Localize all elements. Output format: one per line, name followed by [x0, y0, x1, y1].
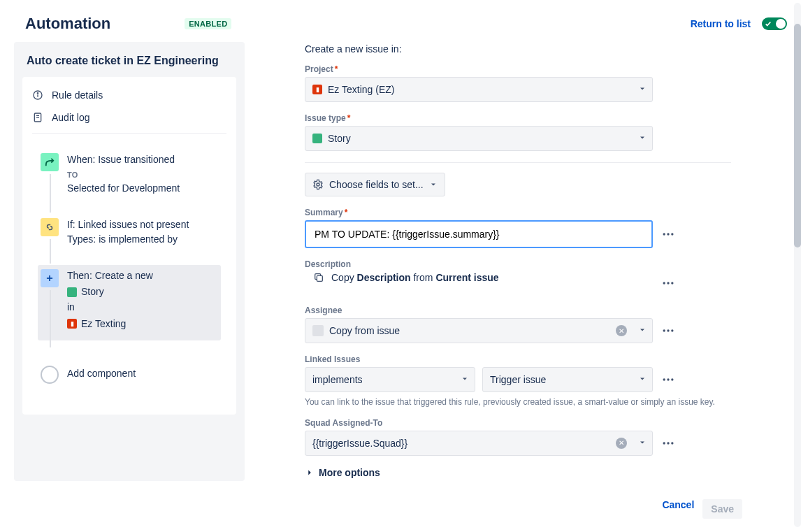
check-icon [765, 20, 772, 27]
ellipsis-icon [661, 324, 675, 338]
link-type-select[interactable]: implements [305, 367, 475, 392]
add-component-label: Add component [67, 367, 136, 381]
enabled-badge: ENABLED [185, 18, 231, 29]
svg-point-20 [667, 378, 669, 380]
copy-label-mid: from [411, 272, 436, 283]
audit-log-link[interactable]: Audit log [22, 106, 236, 129]
squad-value: {{triggerIssue.Squad}} [312, 438, 407, 449]
assignee-value: Copy from issue [329, 325, 400, 336]
svg-point-13 [663, 282, 665, 284]
action-icon [41, 269, 59, 287]
save-button: Save [702, 499, 742, 519]
rule-name: Auto create ticket in EZ Engineering [14, 55, 245, 77]
summary-label: Summary* [305, 208, 766, 217]
issuetype-label: Issue type* [305, 113, 766, 123]
ellipsis-icon [661, 227, 675, 241]
chevron-down-icon [638, 438, 647, 449]
project-icon: ▮ [67, 319, 77, 329]
trigger-step[interactable]: When: Issue transitioned TO Selected for… [38, 149, 221, 206]
add-icon [41, 366, 59, 384]
svg-point-11 [671, 233, 673, 235]
summary-more-button[interactable] [660, 227, 677, 241]
action-step[interactable]: Then: Create a new Story in ▮Ez Texting [38, 265, 221, 340]
clear-assignee-button[interactable]: ✕ [616, 325, 627, 336]
squad-more-button[interactable] [660, 436, 677, 450]
choose-fields-label: Choose fields to set... [329, 179, 424, 190]
issuetype-select[interactable]: Story [305, 126, 653, 151]
action-issuetype: Story [81, 285, 104, 299]
trigger-to: TO [67, 170, 180, 180]
assignee-more-button[interactable] [660, 324, 677, 338]
cancel-button[interactable]: Cancel [662, 499, 694, 519]
svg-point-14 [667, 282, 669, 284]
ellipsis-icon [661, 276, 675, 290]
linked-issues-help: You can link to the issue that triggered… [305, 396, 724, 408]
svg-point-18 [671, 329, 673, 331]
add-component[interactable]: Add component [38, 361, 221, 394]
svg-point-24 [671, 442, 673, 444]
svg-point-16 [663, 329, 665, 331]
assignee-label: Assignee [305, 305, 766, 315]
link-target-select[interactable]: Trigger issue [482, 367, 653, 392]
issuetype-value: Story [328, 133, 351, 144]
description-copy[interactable]: Copy Description from Current issue [305, 272, 653, 283]
action-in: in [67, 301, 153, 315]
more-options-toggle[interactable]: More options [305, 467, 766, 478]
condition-value: Types: is implemented by [67, 233, 189, 247]
rule-sidebar: Auto create ticket in EZ Engineering Rul… [14, 42, 245, 481]
svg-point-22 [663, 442, 665, 444]
svg-point-10 [667, 233, 669, 235]
rule-details-link[interactable]: Rule details [22, 84, 236, 106]
enabled-toggle[interactable] [762, 17, 787, 30]
project-select[interactable]: ▮ Ez Texting (EZ) [305, 77, 653, 102]
svg-point-9 [663, 233, 665, 235]
chevron-down-icon [461, 374, 469, 385]
link-target-value: Trigger issue [490, 374, 546, 385]
condition-icon [41, 218, 59, 236]
chevron-down-icon [638, 374, 647, 385]
form-heading: Create a new issue in: [305, 43, 766, 55]
trigger-value: Selected for Development [67, 182, 180, 196]
story-icon [312, 134, 322, 143]
choose-fields-button[interactable]: Choose fields to set... [305, 173, 445, 196]
chevron-right-icon [305, 468, 315, 477]
ellipsis-icon [661, 436, 675, 450]
action-project: Ez Texting [81, 317, 126, 331]
project-label: Project* [305, 64, 766, 74]
chevron-down-icon [638, 133, 647, 144]
condition-label: If: Linked issues not present [67, 218, 189, 232]
svg-rect-12 [317, 275, 322, 281]
audit-log-label: Audit log [52, 112, 89, 123]
page-header: Automation ENABLED Return to list [14, 0, 787, 39]
project-value: Ez Texting (EZ) [328, 84, 394, 95]
linked-issues-more-button[interactable] [660, 373, 677, 387]
trigger-icon [41, 153, 59, 171]
condition-step[interactable]: If: Linked issues not present Types: is … [38, 214, 221, 257]
copy-label-field: Description [357, 272, 411, 283]
svg-point-21 [671, 378, 673, 380]
svg-point-23 [667, 442, 669, 444]
scrollbar-thumb[interactable] [794, 24, 801, 247]
svg-point-2 [37, 93, 38, 94]
description-more-button[interactable] [660, 276, 677, 290]
description-label: Description [305, 259, 766, 269]
chevron-down-icon [429, 180, 438, 189]
squad-label: Squad Assigned-To [305, 418, 766, 428]
svg-point-15 [671, 282, 673, 284]
copy-label-source: Current issue [435, 272, 498, 283]
action-form: Create a new issue in: Project* ▮ Ez Tex… [287, 39, 787, 532]
svg-point-17 [667, 329, 669, 331]
more-options-label: More options [319, 467, 380, 478]
project-icon: ▮ [312, 85, 322, 94]
info-icon [32, 89, 43, 101]
svg-point-19 [663, 378, 665, 380]
return-to-list-link[interactable]: Return to list [691, 18, 751, 29]
clear-squad-button[interactable]: ✕ [616, 438, 627, 449]
assignee-select[interactable]: Copy from issue ✕ [305, 318, 653, 343]
scrollbar-track [794, 3, 801, 527]
summary-input[interactable] [313, 228, 644, 240]
page-title: Automation [25, 15, 110, 33]
squad-select[interactable]: {{triggerIssue.Squad}} ✕ [305, 431, 653, 456]
copy-icon [313, 272, 324, 283]
link-type-value: implements [312, 374, 363, 385]
